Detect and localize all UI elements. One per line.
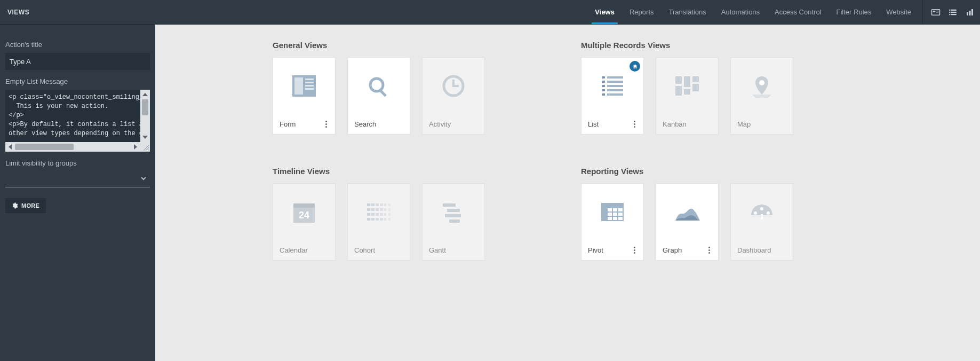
svg-rect-42 <box>380 213 383 216</box>
kebab-menu-icon[interactable] <box>631 121 638 128</box>
svg-rect-12 <box>971 9 973 15</box>
view-card-form[interactable]: Form <box>273 57 336 135</box>
svg-rect-8 <box>949 14 950 15</box>
search-icon <box>364 73 394 99</box>
svg-rect-49 <box>384 218 386 221</box>
view-card-search[interactable]: Search <box>347 57 410 135</box>
view-card-label: Cohort <box>354 246 375 254</box>
view-card-graph[interactable]: Graph <box>656 183 719 261</box>
list-view-icon[interactable] <box>948 7 958 17</box>
svg-rect-4 <box>949 9 950 10</box>
sidebar: Action's title Empty List Message <p cla… <box>0 25 155 361</box>
chevron-down-icon <box>140 175 147 183</box>
view-card-label: Calendar <box>280 246 308 254</box>
more-button[interactable]: MORE <box>5 198 46 213</box>
view-card-map: Map <box>730 57 793 135</box>
svg-rect-10 <box>967 12 968 15</box>
svg-rect-84 <box>761 214 763 219</box>
scroll-thumb-vertical[interactable] <box>142 99 148 115</box>
svg-rect-17 <box>305 85 314 87</box>
svg-rect-69 <box>692 76 699 82</box>
svg-rect-64 <box>607 93 623 96</box>
view-card-list[interactable]: List <box>581 57 644 135</box>
svg-rect-39 <box>367 213 370 216</box>
chart-view-icon[interactable] <box>965 7 975 17</box>
kebab-menu-icon[interactable] <box>631 247 638 254</box>
svg-rect-50 <box>388 218 391 221</box>
tab-views[interactable]: Views <box>587 0 622 24</box>
svg-rect-15 <box>305 79 314 80</box>
svg-rect-59 <box>602 85 605 87</box>
svg-rect-20 <box>379 90 386 97</box>
scroll-down-icon[interactable] <box>140 132 150 142</box>
view-card-dashboard: Dashboard <box>730 183 793 261</box>
tab-access-control[interactable]: Access Control <box>767 0 828 24</box>
svg-point-19 <box>370 79 383 91</box>
svg-rect-30 <box>380 203 383 206</box>
action-title-label: Action's title <box>5 41 150 49</box>
section-title: Timeline Views <box>273 167 485 176</box>
tab-filter-rules[interactable]: Filter Rules <box>829 0 879 24</box>
groups-select[interactable] <box>5 171 150 187</box>
scrollbar-horizontal[interactable] <box>5 142 140 152</box>
view-card-cohort: Cohort <box>347 183 410 261</box>
activity-icon <box>439 73 468 99</box>
svg-rect-5 <box>951 9 957 10</box>
svg-rect-28 <box>371 203 375 206</box>
form-icon <box>289 73 319 99</box>
svg-rect-40 <box>371 213 375 216</box>
svg-rect-2 <box>936 11 939 11</box>
section-title: Multiple Records Views <box>581 41 793 50</box>
svg-rect-65 <box>675 76 682 84</box>
scroll-thumb-horizontal[interactable] <box>15 144 74 150</box>
empty-list-textarea[interactable]: <p class="o_view_nocontent_smiling_face"… <box>5 90 140 142</box>
view-card-pivot[interactable]: Pivot <box>581 183 644 261</box>
list-icon <box>597 73 627 99</box>
scrollbar-vertical[interactable] <box>140 90 150 142</box>
svg-rect-27 <box>367 203 370 206</box>
dashboard-icon <box>747 199 777 225</box>
tab-website[interactable]: Website <box>879 0 919 24</box>
kebab-menu-icon[interactable] <box>322 121 330 128</box>
svg-rect-43 <box>384 213 386 216</box>
view-card-gantt: Gantt <box>422 183 485 261</box>
home-badge-icon <box>630 61 640 72</box>
svg-rect-57 <box>602 81 605 83</box>
svg-rect-38 <box>388 208 391 211</box>
svg-rect-60 <box>607 85 623 87</box>
topbar: VIEWS ViewsReportsTranslationsAutomation… <box>0 0 980 25</box>
empty-list-label: Empty List Message <box>5 77 150 85</box>
more-button-label: MORE <box>21 202 39 209</box>
svg-rect-66 <box>675 86 682 96</box>
scroll-up-icon[interactable] <box>140 90 150 99</box>
section-title: General Views <box>273 41 485 50</box>
svg-rect-51 <box>443 203 456 207</box>
gantt-icon <box>439 199 468 225</box>
svg-rect-29 <box>376 203 379 206</box>
content-area: General ViewsFormSearchActivityTimeline … <box>155 25 980 361</box>
svg-point-83 <box>767 211 770 215</box>
tab-reports[interactable]: Reports <box>622 0 662 24</box>
action-title-input[interactable] <box>5 53 150 70</box>
calendar-icon: 24 <box>289 199 319 225</box>
kebab-menu-icon[interactable] <box>705 247 713 254</box>
gear-icon <box>12 202 18 209</box>
svg-rect-47 <box>376 218 379 221</box>
view-card-label: Activity <box>429 120 451 128</box>
view-card-calendar: 24Calendar <box>273 183 336 261</box>
svg-rect-18 <box>305 88 314 90</box>
topbar-view-switcher <box>926 0 980 24</box>
scroll-right-icon[interactable] <box>131 142 140 152</box>
cohort-icon <box>364 199 394 225</box>
svg-rect-6 <box>949 11 950 12</box>
resize-handle[interactable] <box>140 142 150 152</box>
tab-translations[interactable]: Translations <box>662 0 714 24</box>
map-icon <box>747 73 777 99</box>
tab-automations[interactable]: Automations <box>714 0 767 24</box>
svg-rect-52 <box>447 209 460 212</box>
svg-rect-36 <box>380 208 383 211</box>
card-view-icon[interactable] <box>931 7 941 17</box>
view-card-kanban: Kanban <box>656 57 719 135</box>
svg-rect-11 <box>969 11 971 15</box>
scroll-left-icon[interactable] <box>5 142 15 152</box>
